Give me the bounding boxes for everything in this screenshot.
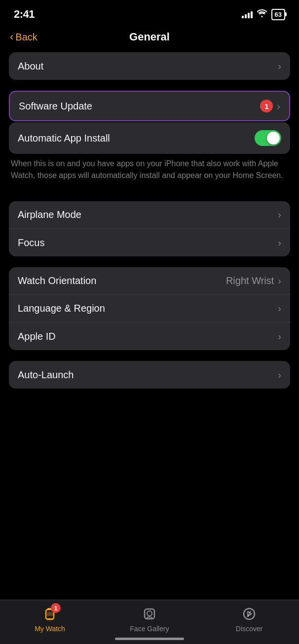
status-bar: 2:41 63 [0,0,299,26]
apple-id-chevron-icon: › [278,331,281,342]
language-region-chevron-icon: › [278,303,281,314]
auto-app-install-label: Automatic App Install [18,133,110,144]
focus-chevron-icon: › [278,237,281,249]
watch-orientation-value: Right Wrist [226,275,274,286]
discover-icon [240,605,258,623]
airplane-mode-chevron-icon: › [278,209,281,220]
settings-group-2: Software Update 1 › Automatic App Instal… [9,91,290,190]
status-icons: 63 [242,9,285,20]
back-chevron-icon: ‹ [10,31,13,43]
software-update-badge: 1 [260,100,273,112]
software-update-row[interactable]: Software Update 1 › [9,91,290,121]
my-watch-badge: 1 [51,603,61,613]
face-gallery-icon-wrap [141,605,158,623]
home-indicator [115,638,184,640]
watch-orientation-label: Watch Orientation [18,275,96,286]
svg-rect-3 [47,612,53,616]
software-update-inner: Software Update 1 › [10,92,289,120]
discover-icon-wrap [240,605,258,623]
language-region-row[interactable]: Language & Region › [9,295,290,322]
my-watch-label: My Watch [35,625,65,633]
watch-orientation-right: Right Wrist › [226,275,281,286]
about-label: About [18,61,43,72]
tab-discover[interactable]: Discover [220,605,279,633]
wifi-icon [257,9,267,19]
software-update-right: 1 › [260,100,280,112]
focus-row[interactable]: Focus › [9,229,290,256]
auto-app-install-row[interactable]: Automatic App Install [9,122,290,154]
discover-label: Discover [236,625,262,633]
settings-group-4: Watch Orientation Right Wrist › Language… [9,267,290,350]
airplane-mode-row[interactable]: Airplane Mode › [9,201,290,229]
face-gallery-icon [141,605,158,623]
about-row[interactable]: About › [9,52,290,80]
auto-launch-chevron-icon: › [278,369,281,381]
about-chevron-icon: › [278,61,281,72]
apple-id-label: Apple ID [18,331,56,342]
back-button[interactable]: ‹ Back [10,31,37,43]
back-label: Back [15,32,37,43]
tab-my-watch[interactable]: 1 My Watch [20,605,79,633]
page-title: General [129,31,170,43]
settings-content: About › Software Update 1 › Automatic Ap… [0,52,299,588]
focus-label: Focus [18,237,44,249]
auto-launch-row[interactable]: Auto-Launch › [9,361,290,389]
airplane-mode-label: Airplane Mode [18,209,81,220]
software-update-chevron-icon: › [277,101,280,112]
nav-header: ‹ Back General [0,26,299,52]
settings-group-5: Auto-Launch › [9,361,290,389]
signal-bars-icon [242,10,253,18]
battery-icon: 63 [271,9,285,20]
tab-face-gallery[interactable]: Face Gallery [120,605,179,633]
settings-group-1: About › [9,52,290,80]
tab-bar: 1 My Watch Face Gallery [0,600,299,644]
watch-orientation-chevron-icon: › [278,275,281,286]
apple-id-row[interactable]: Apple ID › [9,322,290,350]
face-gallery-label: Face Gallery [130,625,169,633]
watch-orientation-row[interactable]: Watch Orientation Right Wrist › [9,267,290,295]
software-update-label: Software Update [19,101,92,112]
svg-rect-2 [47,618,52,620]
auto-launch-label: Auto-Launch [18,369,74,381]
settings-group-3: Airplane Mode › Focus › [9,201,290,256]
language-region-label: Language & Region [18,303,105,314]
auto-app-install-description: When this is on and you have apps on you… [9,154,290,190]
my-watch-icon-wrap: 1 [41,605,59,623]
svg-point-5 [147,611,152,616]
auto-app-install-toggle[interactable] [255,130,281,146]
toggle-knob [267,132,280,144]
status-time: 2:41 [14,8,35,21]
